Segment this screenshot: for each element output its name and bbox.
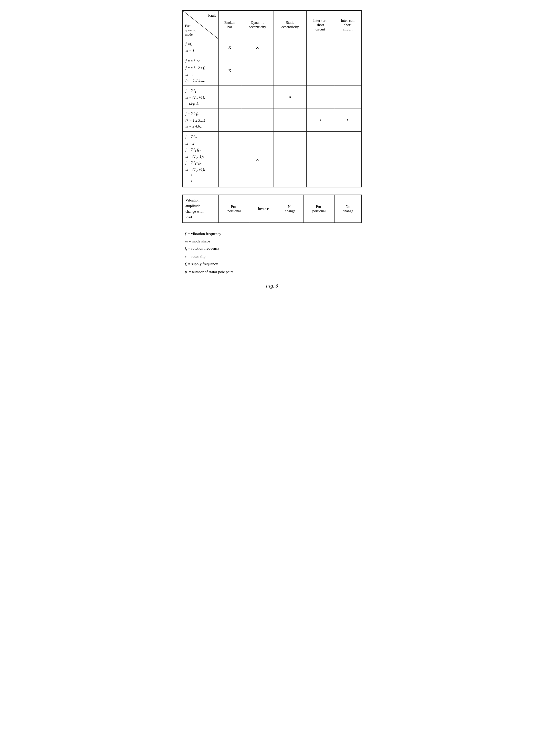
- row5-dynamic-ecc: X: [241, 132, 274, 187]
- header-diagonal-cell: Fault Fre-quency,mode: [183, 10, 218, 39]
- row1-static-ecc: [274, 39, 307, 56]
- row3-label: f = 2·fs m = (2·p+1), (2·p-1): [183, 86, 218, 109]
- row4-label: f = 2·k·fs (k = 1,2,3,...) m = 2,4,6,...: [183, 109, 218, 132]
- row1-dynamic-ecc: X: [241, 39, 274, 56]
- row2-static-ecc: [274, 56, 307, 86]
- header-row: Fault Fre-quency,mode Brokenbar Dynamice…: [183, 10, 361, 39]
- second-table: Vibrationamplitudechange withload Pro-po…: [182, 195, 362, 223]
- row3-inter-coil: [334, 86, 361, 109]
- row4-static-ecc: [274, 109, 307, 132]
- row5-inter-coil: [334, 132, 361, 187]
- header-fault-label: Fault: [208, 13, 216, 18]
- row3-static-ecc: X: [274, 86, 307, 109]
- row1-inter-turn: [307, 39, 334, 56]
- header-static-ecc: Staticeccentricity: [274, 10, 307, 39]
- header-freq-label: Fre-quency,mode: [185, 23, 195, 37]
- row3-inter-turn: [307, 86, 334, 109]
- table-row: f = 2·fr, m = 2; f = 2·fs-fr , m = (2·p-…: [183, 132, 361, 187]
- row4-inter-turn: X: [307, 109, 334, 132]
- legend-f: f = vibration frequency: [185, 230, 362, 238]
- table-row: f = 2·fs m = (2·p+1), (2·p-1) X: [183, 86, 361, 109]
- header-inter-turn: Inter-turnshortcircuit: [307, 10, 334, 39]
- row2-dynamic-ecc: [241, 56, 274, 86]
- row1-label: f =fr m = 1: [183, 39, 218, 56]
- row2-inter-coil: [334, 56, 361, 86]
- legend-p: p = number of stator pole pairs: [185, 268, 362, 276]
- row1-inter-coil: [334, 39, 361, 56]
- row2-broken-bar: X: [218, 56, 241, 86]
- row3-broken-bar: [218, 86, 241, 109]
- legend-fs: fs = supply frequency: [185, 260, 362, 269]
- table-row: f =fr m = 1 X X: [183, 39, 361, 56]
- main-table: Fault Fre-quency,mode Brokenbar Dynamice…: [182, 10, 362, 187]
- row1-broken-bar: X: [218, 39, 241, 56]
- row2-inter-turn: [307, 56, 334, 86]
- row5-label: f = 2·fr, m = 2; f = 2·fs-fr , m = (2·p-…: [183, 132, 218, 187]
- row2-label: f = n·fr or f = n·fr±2·s·fs m = n (n = 1…: [183, 56, 218, 86]
- row4-broken-bar: [218, 109, 241, 132]
- vibration-label: Vibrationamplitudechange withload: [183, 195, 218, 223]
- table-row: f = n·fr or f = n·fr±2·s·fs m = n (n = 1…: [183, 56, 361, 86]
- header-broken-bar: Brokenbar: [218, 10, 241, 39]
- table-row: f = 2·k·fs (k = 1,2,3,...) m = 2,4,6,...…: [183, 109, 361, 132]
- vibration-col5: Pro-portional: [304, 195, 335, 223]
- legend: f = vibration frequency m = mode shape f…: [182, 230, 362, 276]
- row5-static-ecc: [274, 132, 307, 187]
- row5-broken-bar: [218, 132, 241, 187]
- header-dynamic-ecc: Dynamiceccentricity: [241, 10, 274, 39]
- legend-m: m = mode shape: [185, 238, 362, 245]
- header-inter-coil: Inter-coilshortcircuit: [334, 10, 361, 39]
- legend-fr: fr = rotation frequency: [185, 245, 362, 253]
- vibration-col2: Pro-portional: [218, 195, 250, 223]
- row3-dynamic-ecc: [241, 86, 274, 109]
- fig-caption: Fig. 3: [182, 283, 362, 289]
- vibration-col4: Nochange: [277, 195, 303, 223]
- second-table-row: Vibrationamplitudechange withload Pro-po…: [183, 195, 361, 223]
- row4-dynamic-ecc: [241, 109, 274, 132]
- vibration-col6: Nochange: [335, 195, 361, 223]
- row5-inter-turn: [307, 132, 334, 187]
- vibration-col3: Inverse: [250, 195, 277, 223]
- row4-inter-coil: X: [334, 109, 361, 132]
- legend-s: s = rotor slip: [185, 253, 362, 260]
- page: Fault Fre-quency,mode Brokenbar Dynamice…: [182, 10, 362, 289]
